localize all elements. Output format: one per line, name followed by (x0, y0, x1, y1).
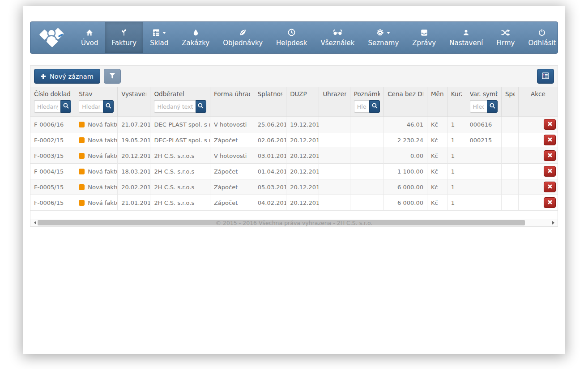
search-icon (490, 103, 495, 110)
column-label: Var. symbol (470, 90, 498, 98)
column-label: Poznámka (354, 90, 380, 98)
filter-icon (109, 73, 115, 80)
cell-stav: Nová faktura (75, 179, 118, 195)
search-button[interactable] (369, 100, 380, 113)
grid-toolbar: Nový záznam (30, 66, 558, 87)
nav-item-faktury[interactable]: Faktury (105, 22, 144, 53)
delete-row-button[interactable] (544, 119, 556, 130)
nav-item-vseznalek[interactable]: Všeználek (314, 22, 362, 53)
cell-var-symbol (466, 179, 501, 195)
cell-cena-bez-dph: 6 000.00 (384, 179, 427, 195)
column-label: Číslo dokladu (34, 90, 71, 98)
search-button[interactable] (196, 100, 206, 113)
power-icon (538, 28, 545, 37)
cell-cena-bez-dph: 6 000.00 (384, 195, 427, 211)
shuffle-icon (501, 28, 510, 37)
cell-akce (518, 148, 558, 164)
nav-item-seznamy[interactable]: Seznamy (362, 22, 406, 53)
nav-item-zpravy[interactable]: Zprávy (405, 22, 443, 53)
warehouse-icon (153, 28, 166, 37)
filter-input-cislo-dokladu[interactable] (34, 100, 60, 113)
cell-var-symbol: 000616 (466, 117, 501, 132)
cell-mena: Kč (427, 117, 447, 132)
filter-group-odberatel (154, 100, 206, 113)
filter-input-poznamka[interactable] (354, 100, 369, 113)
cell-uhrazeno (319, 164, 350, 179)
table-row[interactable]: F-0003/15Nová faktura20.12.20152H C.S. s… (30, 148, 558, 164)
status-icon (79, 137, 85, 143)
filter-input-odberatel[interactable] (154, 100, 195, 113)
nav-item-sklad[interactable]: Sklad (143, 22, 175, 53)
column-header-cislo-dokladu: Číslo dokladu (30, 87, 75, 117)
column-label: Forma úhrady (214, 90, 250, 98)
cell-mena: Kč (427, 148, 447, 164)
nav-item-zakazky[interactable]: Zakázky (175, 22, 216, 53)
column-settings-button[interactable] (537, 69, 554, 84)
cell-mena: Kč (427, 132, 447, 148)
search-button[interactable] (103, 100, 114, 113)
cell-splatnost: 04.02.2016 (254, 195, 286, 211)
table-row[interactable]: F-0002/15Nová faktura19.05.2016DEC-PLAST… (30, 132, 558, 148)
column-header-forma-uhrady: Forma úhrady (210, 87, 254, 117)
cell-poznamka (350, 195, 383, 211)
nav-item-label: Zakázky (182, 39, 209, 47)
delete-icon (547, 199, 553, 206)
column-label: Splatnost (258, 90, 282, 98)
caret-down-icon (387, 32, 390, 36)
filter-input-var-symbol[interactable] (470, 100, 487, 113)
delete-row-button[interactable] (544, 135, 556, 145)
status-label: Nová faktura (88, 153, 117, 159)
new-record-label: Nový záznam (50, 73, 94, 80)
table-row[interactable]: F-0006/16Nová faktura21.07.2016DEC-PLAST… (30, 117, 558, 132)
nav-left-group: ÚvodFakturySkladZakázkyObjednávkyHelpdes… (74, 22, 405, 53)
cell-akce (518, 117, 558, 132)
cell-kurz: 1 (447, 132, 466, 148)
cell-kurz: 1 (447, 164, 466, 179)
nav-item-helpdesk[interactable]: Helpdesk (269, 22, 314, 53)
cell-kurz: 1 (447, 117, 466, 132)
cell-vystaveno: 19.05.2016 (118, 132, 150, 148)
nav-item-label: Všeználek (321, 39, 355, 47)
nav-item-uvod[interactable]: Úvod (74, 22, 105, 53)
cell-var-symbol (466, 164, 501, 179)
column-header-odberatel: Odběratel (150, 87, 210, 117)
nav-item-objednavky[interactable]: Objednávky (216, 22, 269, 53)
search-icon (198, 103, 204, 110)
invoice-icon (120, 28, 128, 37)
status-label: Nová faktura (88, 137, 117, 144)
nav-item-odhlasit[interactable]: Odhlásit (521, 22, 558, 53)
delete-row-button[interactable] (544, 150, 556, 161)
delete-icon (547, 184, 553, 191)
search-button[interactable] (60, 100, 71, 113)
search-button[interactable] (487, 100, 498, 113)
delete-row-button[interactable] (544, 166, 556, 177)
filter-button[interactable] (104, 69, 121, 84)
cell-cislo-dokladu: F-0003/15 (30, 148, 75, 164)
app-logo[interactable] (30, 22, 74, 53)
delete-row-button[interactable] (544, 182, 556, 192)
nav-item-nastaveni[interactable]: Nastavení (443, 22, 490, 53)
cell-splatnost: 25.06.2016 (254, 117, 286, 132)
home-icon (85, 28, 94, 37)
leaf-icon (239, 28, 247, 37)
nav-item-firmy[interactable]: Firmy (490, 22, 521, 53)
delete-icon (547, 137, 553, 144)
nav-item-label: Zprávy (412, 39, 436, 47)
column-header-duzp: DUZP (286, 87, 319, 117)
filter-group-cislo-dokladu (34, 100, 71, 113)
new-record-button[interactable]: Nový záznam (34, 69, 100, 84)
cell-spec (502, 164, 519, 179)
column-header-mena: Měna (427, 87, 447, 117)
table-row[interactable]: F-0004/15Nová faktura18.03.20162H C.S. s… (30, 164, 558, 179)
filter-input-stav[interactable] (79, 100, 103, 113)
cell-duzp: 20.12.2015 (286, 132, 319, 148)
column-label: Spec. (505, 90, 515, 98)
drop-icon (192, 28, 199, 37)
table-row[interactable]: F-0006/15Nová faktura21.01.20162H C.S. s… (30, 195, 558, 211)
cell-forma-uhrady: Zápočet (210, 179, 254, 195)
status-label: Nová faktura (88, 184, 117, 191)
delete-row-button[interactable] (544, 197, 556, 208)
table-row[interactable]: F-0005/15Nová faktura20.02.20162H C.S. s… (30, 179, 558, 195)
cell-stav: Nová faktura (75, 195, 118, 211)
caret-down-icon (162, 32, 166, 36)
